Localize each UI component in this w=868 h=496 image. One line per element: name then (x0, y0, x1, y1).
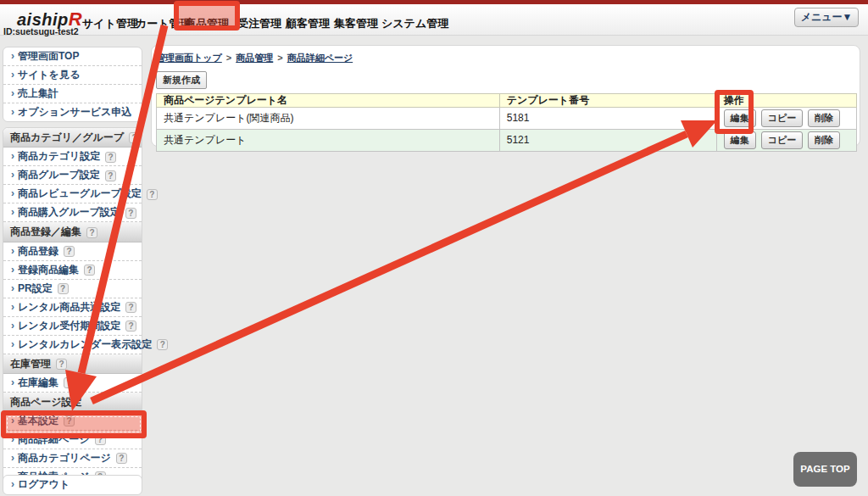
sidebar-item-product-category-settings[interactable]: ›商品カテゴリ設定? (3, 148, 142, 166)
tab-order-management[interactable]: 受注管理 (237, 16, 281, 31)
chevron-icon: › (11, 264, 14, 276)
chevron-icon: › (11, 187, 14, 199)
chevron-icon: › (11, 206, 14, 218)
edit-button[interactable]: 編集 (724, 109, 756, 127)
sidebar-main-panel: 商品カテゴリ／グループ? ›商品カテゴリ設定? ›商品グループ設定? ›商品レビ… (3, 127, 142, 487)
chevron-icon: › (11, 376, 14, 388)
sidebar-item-rental-common-settings[interactable]: ›レンタル商品共通設定? (3, 298, 142, 317)
sidebar-item-sales-summary[interactable]: ›売上集計 (3, 85, 142, 103)
sidebar-item-pr-settings[interactable]: ›PR設定? (3, 280, 142, 298)
sidebar-item-product-detail-page[interactable]: ›商品詳細ページ? (3, 431, 142, 449)
help-icon[interactable]: ? (125, 320, 136, 332)
help-icon[interactable]: ? (157, 339, 168, 350)
help-icon[interactable]: ? (58, 283, 69, 294)
operations-cell: 編集コピー削除 (716, 130, 856, 152)
chevron-icon: › (11, 87, 14, 99)
help-icon[interactable]: ? (129, 132, 140, 143)
column-header-operations: 操作 (716, 94, 856, 108)
sidebar-item-label: 商品詳細ページ (18, 433, 90, 445)
sidebar-item-label: 登録商品編集 (18, 264, 79, 276)
breadcrumb: 管理画面トップ>商品管理>商品詳細ページ (156, 52, 855, 64)
sidebar-item-label: 在庫編集 (18, 376, 58, 388)
sidebar-item-option-service[interactable]: ›オプションサービス申込 (3, 103, 142, 121)
breadcrumb-link-product-management[interactable]: 商品管理 (236, 53, 273, 63)
help-icon[interactable]: ? (105, 170, 116, 181)
section-header-product-registration: 商品登録／編集? (3, 222, 142, 242)
help-icon[interactable]: ? (147, 189, 158, 200)
table-row: 共通テンプレート(関連商品) 5181 編集コピー削除 (157, 108, 857, 130)
sidebar-item-admin-top[interactable]: ›管理画面TOP (3, 47, 142, 66)
help-icon[interactable]: ? (64, 377, 75, 388)
sidebar-item-inventory-edit[interactable]: ›在庫編集? (3, 374, 142, 393)
section-title: 商品カテゴリ／グループ (10, 131, 124, 143)
template-number-cell: 5121 (499, 130, 716, 152)
sidebar-item-logout[interactable]: ›ログアウト (3, 476, 142, 493)
sidebar-item-label: ログアウト (18, 478, 70, 490)
copy-button[interactable]: コピー (761, 109, 804, 127)
sidebar-item-label: 基本設定 (18, 415, 58, 426)
delete-button[interactable]: 削除 (808, 109, 840, 127)
tab-system-management[interactable]: システム管理 (381, 16, 448, 31)
sidebar-item-label: 商品登録 (18, 245, 58, 257)
table-header-row: 商品ページテンプレート名 テンプレート番号 操作 (157, 94, 857, 108)
help-icon[interactable]: ? (95, 434, 106, 445)
chevron-icon: › (11, 106, 14, 118)
sidebar-item-label: レンタル商品共通設定 (18, 301, 120, 313)
delete-button[interactable]: 削除 (808, 131, 840, 149)
tab-product-management[interactable]: 商品管理 (185, 16, 229, 31)
tab-cart-management[interactable]: カート管理 (136, 16, 192, 31)
copy-button[interactable]: コピー (761, 131, 804, 149)
create-new-button[interactable]: 新規作成 (156, 71, 207, 89)
section-title: 商品ページ設定 (10, 396, 82, 408)
help-icon[interactable]: ? (86, 227, 97, 238)
column-header-template-name: 商品ページテンプレート名 (157, 94, 500, 108)
tab-site-management[interactable]: サイト管理 (82, 16, 138, 31)
help-icon[interactable]: ? (105, 152, 116, 163)
sidebar-item-label: 管理画面TOP (18, 50, 79, 62)
template-name-cell: 共通テンプレート(関連商品) (157, 108, 500, 130)
template-name-cell: 共通テンプレート (157, 130, 500, 152)
chevron-icon: › (11, 301, 14, 313)
chevron-icon: › (11, 338, 14, 350)
sidebar-item-label: オプションサービス申込 (18, 106, 131, 118)
user-id-label: ID:suetsugu-test2 (3, 26, 79, 36)
sidebar-item-view-site[interactable]: ›サイトを見る (3, 66, 142, 85)
sidebar-item-label: PR設定 (18, 282, 53, 294)
breadcrumb-separator: > (226, 53, 231, 63)
sidebar-item-product-category-page[interactable]: ›商品カテゴリページ? (3, 449, 142, 468)
section-header-inventory: 在庫管理? (3, 354, 142, 374)
arrow-line-sidebar-to-edit (92, 134, 687, 401)
help-icon[interactable]: ? (125, 208, 136, 219)
breadcrumb-link-admin-top[interactable]: 管理画面トップ (156, 53, 222, 63)
help-icon[interactable]: ? (64, 246, 75, 257)
menu-button[interactable]: メニュー▼ (794, 8, 859, 27)
sidebar-item-rental-calendar-settings[interactable]: ›レンタルカレンダー表示設定? (3, 336, 142, 354)
tab-customer-management[interactable]: 顧客管理 (286, 16, 330, 31)
chevron-icon: › (11, 415, 14, 426)
sidebar-item-product-group-settings[interactable]: ›商品グループ設定? (3, 166, 142, 185)
chevron-icon: › (11, 452, 14, 464)
help-icon[interactable]: ? (84, 265, 95, 276)
sidebar-item-label: 売上集計 (18, 87, 58, 99)
help-icon[interactable]: ? (56, 359, 67, 370)
sidebar-item-basic-settings[interactable]: ›基本設定? (3, 412, 142, 431)
help-icon[interactable]: ? (64, 415, 75, 426)
breadcrumb-link-product-detail-page[interactable]: 商品詳細ページ (287, 53, 353, 63)
main-content-panel: 管理画面トップ>商品管理>商品詳細ページ 新規作成 商品ページテンプレート名 テ… (151, 45, 860, 147)
help-icon[interactable]: ? (125, 302, 136, 313)
chevron-icon: › (11, 69, 14, 81)
sidebar-item-purchase-group-settings[interactable]: ›商品購入グループ設定? (3, 203, 142, 222)
help-icon[interactable]: ? (116, 453, 127, 464)
edit-button[interactable]: 編集 (724, 131, 756, 149)
template-number-cell: 5181 (499, 108, 716, 130)
sidebar-item-label: 商品レビューグループ設定 (18, 187, 142, 199)
sidebar-item-label: 商品グループ設定 (18, 169, 100, 181)
sidebar-item-rental-period-settings[interactable]: ›レンタル受付期間設定? (3, 317, 142, 336)
sidebar-item-registered-product-edit[interactable]: ›登録商品編集? (3, 261, 142, 280)
sidebar-item-product-registration[interactable]: ›商品登録? (3, 242, 142, 261)
sidebar-item-label: レンタル受付期間設定 (18, 320, 120, 332)
page-top-button[interactable]: PAGE TOP (793, 452, 857, 487)
section-header-product-page-settings: 商品ページ設定 (3, 393, 142, 412)
sidebar-item-review-group-settings[interactable]: ›商品レビューグループ設定? (3, 185, 142, 203)
tab-marketing-management[interactable]: 集客管理 (334, 16, 378, 31)
